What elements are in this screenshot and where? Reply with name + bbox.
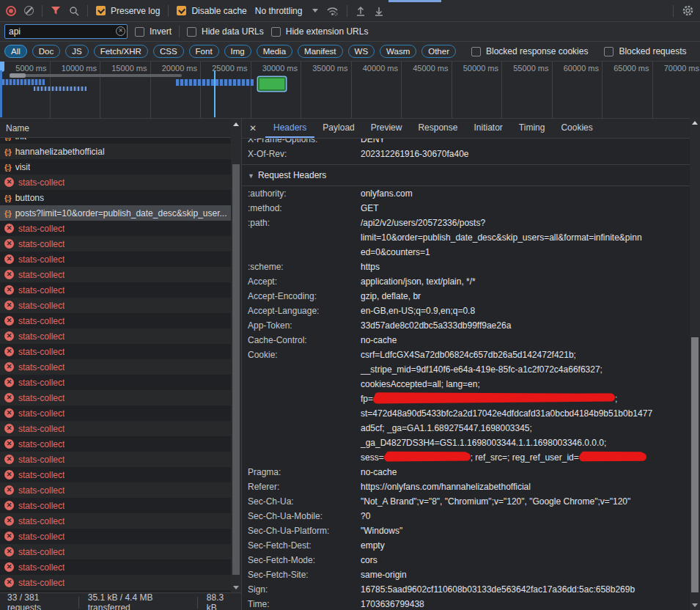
request-row-stats-collect[interactable]: ✕stats-collect <box>0 221 241 236</box>
request-row-stats-collect[interactable]: ✕stats-collect <box>0 467 241 482</box>
record-network-log-button[interactable] <box>6 6 16 16</box>
filter-pill-css[interactable]: CSS <box>153 45 184 58</box>
request-row-stats-collect[interactable]: ✕stats-collect <box>0 313 241 328</box>
network-conditions-icon[interactable] <box>326 6 339 16</box>
request-row-stats-collect[interactable]: ✕stats-collect <box>0 174 241 190</box>
search-icon[interactable] <box>69 6 79 16</box>
scroll-down-icon[interactable] <box>231 582 241 592</box>
header-name: X-Frame-Options: <box>242 139 361 147</box>
scroll-down-icon[interactable] <box>690 600 700 610</box>
scrollbar-thumb[interactable] <box>691 337 699 592</box>
details-tabs: HeadersPayloadPreviewResponseInitiatorTi… <box>265 119 601 138</box>
request-header-row-sec-fetch-dest: Sec-Fetch-Dest:empty <box>242 538 690 553</box>
timeline-tick: 15000 ms <box>100 62 151 118</box>
invert-checkbox[interactable]: Invert <box>135 26 172 37</box>
details-scrollbar[interactable] <box>690 117 700 610</box>
request-header-row-time: Time:1703636799438 <box>242 597 690 610</box>
request-row-buttons[interactable]: {:}buttons <box>0 190 241 205</box>
tab-cookies[interactable]: Cookies <box>553 119 600 138</box>
request-row-stats-collect[interactable]: ✕stats-collect <box>0 436 241 452</box>
request-row-stats-collect[interactable]: ✕stats-collect <box>0 390 241 405</box>
header-value: DENY <box>361 139 690 147</box>
filter-icon[interactable] <box>51 6 61 15</box>
filter-pill-wasm[interactable]: Wasm <box>380 45 416 58</box>
request-headers-section-header[interactable]: ▼Request Headers <box>242 165 690 185</box>
request-row-stats-collect[interactable]: ✕stats-collect <box>0 236 241 251</box>
request-row-stats-collect[interactable]: ✕stats-collect <box>0 544 241 559</box>
request-row-stats-collect[interactable]: ✕stats-collect <box>0 405 241 421</box>
tab-payload[interactable]: Payload <box>314 119 362 138</box>
blocked-response-cookies-checkbox[interactable]: Blocked response cookies <box>471 46 588 56</box>
filter-pill-manifest[interactable]: Manifest <box>298 45 342 58</box>
tab-response[interactable]: Response <box>410 119 465 138</box>
error-circle-icon: ✕ <box>4 439 14 449</box>
request-row-stats-collect[interactable]: ✕stats-collect <box>0 452 241 467</box>
scroll-up-icon[interactable] <box>231 119 241 129</box>
filter-pill-font[interactable]: Font <box>189 45 219 58</box>
settings-gear-icon[interactable] <box>682 4 694 17</box>
error-circle-icon: ✕ <box>4 177 14 187</box>
blocked-requests-checkbox[interactable]: Blocked requests <box>604 46 686 56</box>
request-row-stats-collect[interactable]: ✕stats-collect <box>0 282 241 298</box>
request-row-visit[interactable]: {:}visit <box>0 159 241 174</box>
filter-pill-doc[interactable]: Doc <box>32 45 60 58</box>
filter-pill-media[interactable]: Media <box>257 45 292 58</box>
request-row-stats-collect[interactable]: ✕stats-collect <box>0 513 241 529</box>
close-icon[interactable]: ✕ <box>249 123 265 133</box>
filter-pill-img[interactable]: Img <box>224 45 251 58</box>
request-row-stats-collect[interactable]: ✕stats-collect <box>0 298 241 313</box>
name-column-header[interactable]: Name <box>0 119 241 138</box>
request-row-stats-collect[interactable]: ✕stats-collect <box>0 328 241 344</box>
import-har-icon[interactable] <box>355 6 366 16</box>
request-row-stats-collect[interactable]: ✕stats-collect <box>0 498 241 513</box>
tab-preview[interactable]: Preview <box>363 119 410 138</box>
request-header-row-pragma: Pragma:no-cache <box>242 465 690 479</box>
header-value: gzip, deflate, br <box>361 289 690 304</box>
filter-pill-fetch-xhr[interactable]: Fetch/XHR <box>94 45 148 58</box>
filter-pill-ws[interactable]: WS <box>348 45 375 58</box>
filter-pill-js[interactable]: JS <box>65 45 88 58</box>
response-header-row: X-Of-Rev: 202312261916-30670fa40e <box>242 147 690 161</box>
clear-network-log-button[interactable] <box>24 6 34 15</box>
filter-pill-other[interactable]: Other <box>421 45 456 58</box>
filter-pill-all[interactable]: All <box>4 45 27 58</box>
request-row-stats-collect[interactable]: ✕stats-collect <box>0 559 241 575</box>
tab-headers[interactable]: Headers <box>265 119 314 138</box>
request-header-row-authority: :authority:onlyfans.com <box>242 186 690 201</box>
tab-timing[interactable]: Timing <box>511 119 553 138</box>
request-row-stats-collect[interactable]: ✕stats-collect <box>0 375 241 390</box>
scrollbar-thumb[interactable] <box>232 164 240 575</box>
section-title: Request Headers <box>258 170 326 180</box>
error-circle-icon: ✕ <box>4 393 14 403</box>
request-row-posts-limit-10-order-publish-d[interactable]: {:}posts?limit=10&order=publish_date_des… <box>0 205 241 221</box>
request-row-init[interactable]: {:}init <box>0 138 241 144</box>
request-row-stats-collect[interactable]: ✕stats-collect <box>0 267 241 282</box>
request-row-stats-collect[interactable]: ✕stats-collect <box>0 529 241 544</box>
active-panel-tab-indicator <box>388 0 441 2</box>
error-circle-icon: ✕ <box>4 408 14 418</box>
request-row-stats-collect[interactable]: ✕stats-collect <box>0 421 241 436</box>
request-row-stats-collect[interactable]: ✕stats-collect <box>0 575 241 590</box>
hide-data-urls-checkbox[interactable]: Hide data URLs <box>187 26 264 37</box>
network-overview-timeline[interactable]: 5000 ms10000 ms15000 ms20000 ms25000 ms3… <box>0 62 700 119</box>
request-row-hannahelizabethofficial[interactable]: {:}hannahelizabethofficial <box>0 144 241 159</box>
scroll-up-icon[interactable] <box>690 117 700 128</box>
request-list-scrollbar[interactable] <box>231 119 241 592</box>
preserve-log-checkbox[interactable]: Preserve log <box>96 6 160 16</box>
toolbar-divider <box>168 5 169 17</box>
request-row-stats-collect[interactable]: ✕stats-collect <box>0 251 241 267</box>
throttling-dropdown[interactable]: No throttling <box>255 6 319 16</box>
disable-cache-checkbox[interactable]: Disable cache <box>177 6 246 16</box>
header-name: :scheme: <box>242 260 361 274</box>
clear-filter-icon[interactable]: ✕ <box>116 26 125 36</box>
tab-initiator[interactable]: Initiator <box>465 119 510 138</box>
export-har-icon[interactable] <box>374 6 384 16</box>
hide-extension-urls-checkbox[interactable]: Hide extension URLs <box>271 26 369 37</box>
request-row-stats-collect[interactable]: ✕stats-collect <box>0 482 241 498</box>
request-row-stats-collect[interactable]: ✕stats-collect <box>0 359 241 375</box>
header-value: no-cache <box>361 333 690 348</box>
error-circle-icon: ✕ <box>4 331 14 341</box>
filter-input[interactable] <box>4 24 128 39</box>
request-name: posts?limit=10&order=publish_date_desc&s… <box>15 208 227 218</box>
request-row-stats-collect[interactable]: ✕stats-collect <box>0 344 241 359</box>
